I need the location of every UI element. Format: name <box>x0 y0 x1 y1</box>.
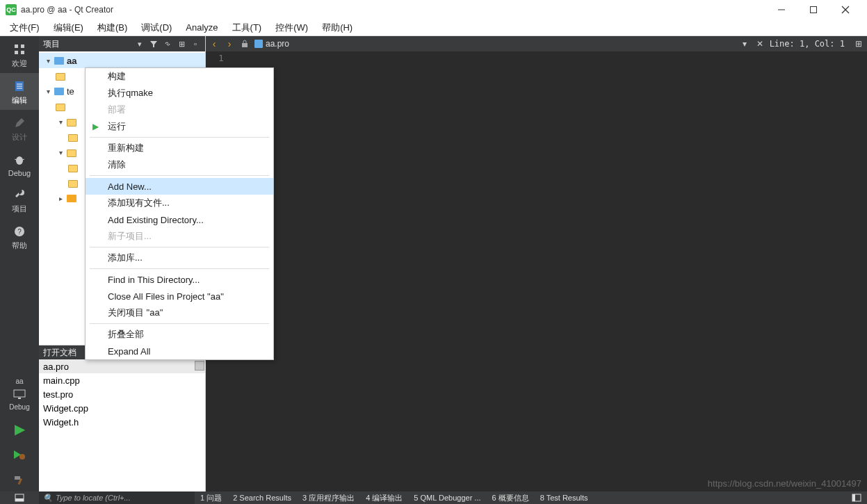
play-icon: ▶ <box>15 421 25 437</box>
output-qml[interactable]: 5 QML Debugger ... <box>408 494 486 502</box>
svg-rect-4 <box>15 44 18 48</box>
tree-item-aa[interactable]: ▾ aa <box>39 53 205 68</box>
editor-toolbar: ‹ › aa.pro ▾ ✕ Line: 1, Col: 1 ⊞ <box>206 36 867 51</box>
dropdown-icon[interactable]: ▾ <box>134 38 145 49</box>
split-icon[interactable]: ⊞ <box>853 38 864 49</box>
build-button[interactable] <box>0 466 39 491</box>
menu-add-existing-dir[interactable]: Add Existing Directory... <box>86 211 273 228</box>
open-doc-item[interactable]: test.pro <box>39 387 205 401</box>
menu-separator <box>90 323 269 324</box>
scrollbar-thumb[interactable] <box>195 361 204 371</box>
menu-rebuild[interactable]: 重新构建 <box>86 140 273 156</box>
chevron-down-icon[interactable]: ▾ <box>43 88 53 95</box>
tree-label: te <box>65 86 74 97</box>
output-toggle[interactable] <box>0 491 39 504</box>
menu-run[interactable]: ▶运行 <box>86 118 273 135</box>
qt-creator-logo: QC <box>6 4 17 15</box>
help-icon: ? <box>12 224 27 239</box>
menu-find-in-dir[interactable]: Find in This Directory... <box>86 271 273 288</box>
mode-label: 编辑 <box>12 95 27 106</box>
menu-help[interactable]: 帮助(H) <box>315 20 359 35</box>
menu-build[interactable]: 构建 <box>86 68 273 85</box>
open-doc-item[interactable]: Widget.h <box>39 415 205 429</box>
menu-expand-all[interactable]: Expand All <box>86 343 273 359</box>
minimize-button[interactable] <box>765 0 797 19</box>
nav-forward-icon[interactable]: › <box>224 38 235 49</box>
mode-debug[interactable]: Debug <box>0 147 39 181</box>
mode-edit[interactable]: 编辑 <box>0 73 39 110</box>
editor-file-selector[interactable]: aa.pro <box>254 39 289 49</box>
nav-back-icon[interactable]: ‹ <box>209 38 220 49</box>
svg-rect-27 <box>852 494 855 501</box>
chevron-down-icon[interactable]: ▾ <box>43 57 53 65</box>
run-button[interactable]: ▶ <box>0 415 39 441</box>
chevron-down-icon[interactable]: ▾ <box>56 118 65 126</box>
close-panel-icon[interactable]: ▫ <box>190 38 201 49</box>
bug-icon <box>12 152 27 168</box>
output-issues[interactable]: 1 问题 <box>195 493 227 503</box>
svg-rect-25 <box>15 498 24 501</box>
pencil-icon <box>12 115 27 131</box>
menu-close-all-files[interactable]: Close All Files in Project "aa" <box>86 288 273 304</box>
open-doc-item[interactable]: main.cpp <box>39 373 205 387</box>
grid-icon <box>12 42 27 57</box>
file-icon <box>254 40 263 48</box>
add-split-icon[interactable]: ⊞ <box>176 38 187 49</box>
mode-design[interactable]: 设计 <box>0 110 39 147</box>
mode-projects[interactable]: 项目 <box>0 181 39 218</box>
link-icon[interactable] <box>162 38 173 49</box>
run-debug-button[interactable] <box>0 441 39 466</box>
output-search[interactable]: 2 Search Results <box>227 494 297 502</box>
open-docs-list[interactable]: aa.pro main.cpp test.pro Widget.cpp Widg… <box>39 359 205 491</box>
editor-area: ‹ › aa.pro ▾ ✕ Line: 1, Col: 1 ⊞ 1 https… <box>206 36 867 491</box>
menu-analyze[interactable]: Analyze <box>179 21 225 34</box>
dropdown-icon[interactable]: ▾ <box>739 38 750 49</box>
menu-widgets[interactable]: 控件(W) <box>268 20 315 35</box>
menu-new-subproject: 新子项目... <box>86 228 273 245</box>
locator-input[interactable]: 🔍 Type to locate (Ctrl+... <box>39 491 195 504</box>
menu-build[interactable]: 构建(B) <box>90 20 134 35</box>
folder-icon <box>56 104 65 111</box>
code-editor[interactable]: 1 <box>206 51 867 491</box>
output-app[interactable]: 3 应用程序输出 <box>297 493 360 503</box>
menu-edit[interactable]: 编辑(E) <box>47 20 90 35</box>
svg-rect-17 <box>14 390 25 397</box>
menu-add-existing[interactable]: 添加现有文件... <box>86 195 273 211</box>
play-icon: ▶ <box>92 122 99 131</box>
target-selector[interactable]: aa Debug <box>0 372 39 415</box>
context-menu: 构建 执行qmake 部署 ▶运行 重新构建 清除 Add New... 添加现… <box>85 67 274 360</box>
svg-point-12 <box>16 156 23 165</box>
mode-welcome[interactable]: 欢迎 <box>0 36 39 73</box>
menu-qmake[interactable]: 执行qmake <box>86 85 273 101</box>
menu-add-new[interactable]: Add New... <box>86 178 273 195</box>
chevron-right-icon[interactable]: ▸ <box>56 195 65 202</box>
editor-filename: aa.pro <box>266 39 289 49</box>
open-doc-item[interactable]: aa.pro <box>39 359 205 373</box>
menu-debug[interactable]: 调试(D) <box>134 20 179 35</box>
window-controls <box>765 0 861 19</box>
menu-close-project[interactable]: 关闭项目 "aa" <box>86 304 273 321</box>
menu-file[interactable]: 文件(F) <box>3 20 47 35</box>
menu-tools[interactable]: 工具(T) <box>225 20 269 35</box>
mode-help[interactable]: ? 帮助 <box>0 218 39 255</box>
mode-rail: 欢迎 编辑 设计 Debug 项目 ? 帮助 aa Debug ▶ <box>0 36 39 491</box>
sidebar-toggle-icon[interactable] <box>846 494 867 502</box>
menu-collapse-all[interactable]: 折叠全部 <box>86 326 273 343</box>
svg-rect-21 <box>15 476 20 480</box>
close-editor-icon[interactable]: ✕ <box>754 38 765 49</box>
maximize-button[interactable] <box>797 0 829 19</box>
lock-icon[interactable] <box>239 38 250 49</box>
locator-placeholder: Type to locate (Ctrl+... <box>56 494 131 502</box>
output-test[interactable]: 8 Test Results <box>535 494 594 502</box>
tree-label: aa <box>65 56 76 66</box>
menu-add-library[interactable]: 添加库... <box>86 250 273 266</box>
close-button[interactable] <box>829 0 861 19</box>
chevron-down-icon[interactable]: ▾ <box>56 149 65 156</box>
output-compile[interactable]: 4 编译输出 <box>360 493 408 503</box>
filter-icon[interactable] <box>148 38 159 49</box>
play-bug-icon <box>12 447 27 462</box>
mode-label: 帮助 <box>12 241 27 251</box>
output-general[interactable]: 6 概要信息 <box>487 493 535 503</box>
open-doc-item[interactable]: Widget.cpp <box>39 401 205 415</box>
menu-clean[interactable]: 清除 <box>86 156 273 173</box>
